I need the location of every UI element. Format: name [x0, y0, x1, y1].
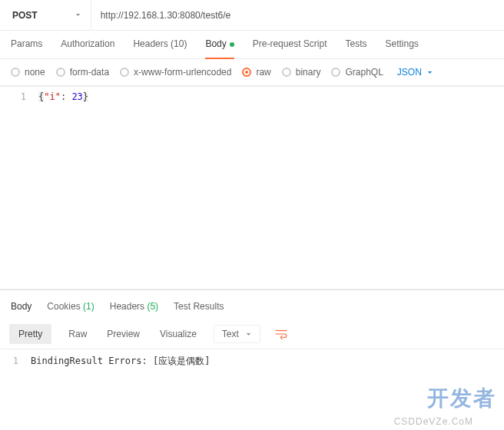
pretty-button[interactable]: Pretty [9, 324, 51, 344]
tab-prerequest[interactable]: Pre-request Script [253, 38, 327, 51]
visualize-button[interactable]: Visualize [157, 324, 200, 344]
watermark-brand: 开发者 [427, 384, 496, 413]
line-number: 1 [3, 90, 26, 104]
radio-formdata-label: form-data [70, 67, 109, 78]
radio-binary-label: binary [296, 67, 321, 78]
rtab-headers-label: Headers [110, 301, 144, 312]
editor-code[interactable]: {"i": 23} [34, 87, 504, 289]
body-format-label: JSON [397, 67, 422, 78]
chevron-down-icon [426, 69, 433, 76]
method-label: POST [12, 10, 38, 21]
radio-formdata[interactable]: form-data [56, 67, 109, 78]
response-format-select[interactable]: Text [214, 325, 260, 343]
colon: : [61, 91, 71, 102]
request-top-bar: POST http://192.168.1.30:8080/test6/e [0, 0, 504, 31]
watermark-csdn: CSDDeVZe.CoM [394, 416, 473, 427]
response-body: 1 BindingResult Errors: [应该是偶数] [0, 349, 504, 380]
radio-icon [242, 68, 251, 77]
radio-graphql-label: GraphQL [345, 67, 383, 78]
preview-button[interactable]: Preview [104, 324, 143, 344]
body-format-select[interactable]: JSON [397, 67, 433, 78]
radio-none[interactable]: none [11, 67, 45, 78]
rtab-cookies-label: Cookies [47, 301, 80, 312]
radio-icon [56, 68, 65, 77]
rtab-cookies-count: (1) [83, 301, 94, 312]
tab-params[interactable]: Params [11, 38, 42, 51]
tab-headers[interactable]: Headers (10) [133, 38, 187, 51]
json-key: "i" [44, 91, 61, 102]
radio-icon [331, 68, 340, 77]
tab-authorization[interactable]: Authorization [61, 38, 114, 51]
response-text[interactable]: BindingResult Errors: [应该是偶数] [26, 349, 504, 372]
response-gutter: 1 [0, 349, 26, 372]
response-tabs: Body Cookies (1) Headers (5) Test Result… [0, 290, 504, 319]
json-value: 23 [71, 91, 82, 102]
raw-button[interactable]: Raw [65, 324, 90, 344]
radio-raw-label: raw [256, 67, 270, 78]
radio-icon [11, 68, 20, 77]
tab-body[interactable]: Body [205, 38, 234, 51]
radio-graphql[interactable]: GraphQL [331, 67, 383, 78]
chevron-down-icon [75, 12, 81, 18]
radio-none-label: none [25, 67, 45, 78]
request-body-editor[interactable]: 1 {"i": 23} [0, 86, 504, 289]
radio-icon [282, 68, 291, 77]
brace-close: } [83, 91, 88, 102]
tab-tests[interactable]: Tests [345, 38, 366, 51]
radio-binary[interactable]: binary [282, 67, 321, 78]
radio-raw[interactable]: raw [242, 67, 270, 78]
response-format-label: Text [222, 329, 239, 339]
body-type-row: none form-data x-www-form-urlencoded raw… [0, 59, 504, 86]
rtab-body[interactable]: Body [11, 301, 32, 312]
line-number: 1 [3, 354, 18, 368]
radio-icon [120, 68, 129, 77]
tab-body-label: Body [205, 38, 226, 49]
rtab-test-results[interactable]: Test Results [174, 301, 224, 312]
url-input[interactable]: http://192.168.1.30:8080/test6/e [91, 10, 501, 21]
method-select[interactable]: POST [3, 0, 91, 30]
rtab-cookies[interactable]: Cookies (1) [47, 301, 94, 312]
editor-gutter: 1 [0, 87, 34, 289]
rtab-headers-count: (5) [147, 301, 158, 312]
chevron-down-icon [245, 331, 252, 338]
request-tabs: Params Authorization Headers (10) Body P… [0, 31, 504, 59]
body-active-dot-icon [230, 42, 234, 47]
response-toolbar: Pretty Raw Preview Visualize Text [0, 319, 504, 349]
tab-settings[interactable]: Settings [386, 38, 419, 51]
line-wrap-icon[interactable] [274, 329, 288, 339]
rtab-headers[interactable]: Headers (5) [110, 301, 158, 312]
radio-urlencoded-label: x-www-form-urlencoded [134, 67, 231, 78]
radio-urlencoded[interactable]: x-www-form-urlencoded [120, 67, 231, 78]
